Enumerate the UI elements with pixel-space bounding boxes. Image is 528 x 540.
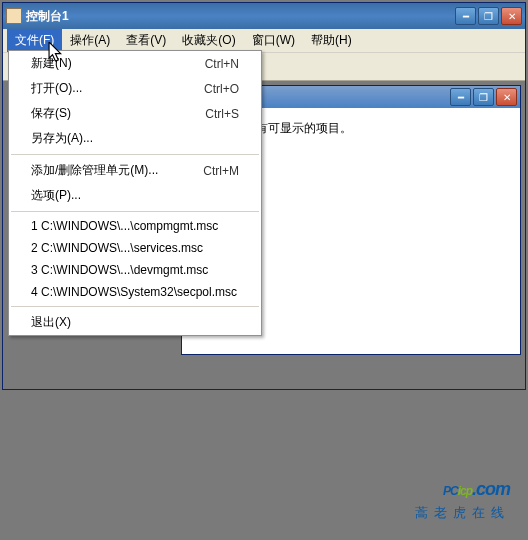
- menu-recent-3[interactable]: 3 C:\WINDOWS\...\devmgmt.msc: [9, 259, 261, 281]
- menu-addremove-shortcut: Ctrl+M: [203, 164, 239, 178]
- menu-action[interactable]: 操作(A): [62, 29, 118, 52]
- menu-recent-4[interactable]: 4 C:\WINDOWS\System32\secpol.msc: [9, 281, 261, 303]
- menu-save[interactable]: 保存(S) Ctrl+S: [9, 101, 261, 126]
- minimize-button[interactable]: ━: [455, 7, 476, 25]
- menu-save-shortcut: Ctrl+S: [205, 107, 239, 121]
- menu-new-label: 新建(N): [31, 55, 205, 72]
- watermark-logo: PCicp.com: [415, 470, 510, 502]
- watermark: PCicp.com 蒿老虎在线: [415, 470, 510, 522]
- menu-recent-4-label: 4 C:\WINDOWS\System32\secpol.msc: [31, 285, 239, 299]
- menu-recent-2[interactable]: 2 C:\WINDOWS\...\services.msc: [9, 237, 261, 259]
- wm-p1: PC: [443, 484, 458, 498]
- menu-new[interactable]: 新建(N) Ctrl+N: [9, 51, 261, 76]
- child-maximize-button[interactable]: ❐: [473, 88, 494, 106]
- separator: [11, 306, 259, 307]
- menu-exit[interactable]: 退出(X): [9, 310, 261, 335]
- menu-addremove[interactable]: 添加/删除管理单元(M)... Ctrl+M: [9, 158, 261, 183]
- menu-open-label: 打开(O)...: [31, 80, 204, 97]
- window-title: 控制台1: [26, 8, 455, 25]
- menu-new-shortcut: Ctrl+N: [205, 57, 239, 71]
- menu-saveas-label: 另存为(A)...: [31, 130, 239, 147]
- menu-favorites[interactable]: 收藏夹(O): [174, 29, 243, 52]
- menu-options[interactable]: 选项(P)...: [9, 183, 261, 208]
- titlebar: 控制台1 ━ ❐ ✕: [3, 3, 525, 29]
- separator: [11, 211, 259, 212]
- wm-p2: icp: [458, 484, 472, 498]
- wm-p3: .com: [472, 479, 510, 499]
- menu-save-label: 保存(S): [31, 105, 205, 122]
- menu-recent-3-label: 3 C:\WINDOWS\...\devmgmt.msc: [31, 263, 239, 277]
- maximize-button[interactable]: ❐: [478, 7, 499, 25]
- menu-options-label: 选项(P)...: [31, 187, 239, 204]
- menu-recent-1[interactable]: 1 C:\WINDOWS\...\compmgmt.msc: [9, 215, 261, 237]
- menu-exit-label: 退出(X): [31, 314, 239, 331]
- menu-view[interactable]: 查看(V): [118, 29, 174, 52]
- menu-recent-1-label: 1 C:\WINDOWS\...\compmgmt.msc: [31, 219, 239, 233]
- menu-open-shortcut: Ctrl+O: [204, 82, 239, 96]
- menu-help[interactable]: 帮助(H): [303, 29, 360, 52]
- close-button[interactable]: ✕: [501, 7, 522, 25]
- menu-addremove-label: 添加/删除管理单元(M)...: [31, 162, 203, 179]
- menu-recent-2-label: 2 C:\WINDOWS\...\services.msc: [31, 241, 239, 255]
- file-menu-dropdown: 新建(N) Ctrl+N 打开(O)... Ctrl+O 保存(S) Ctrl+…: [8, 50, 262, 336]
- window-buttons: ━ ❐ ✕: [455, 7, 522, 25]
- menu-saveas[interactable]: 另存为(A)...: [9, 126, 261, 151]
- menu-open[interactable]: 打开(O)... Ctrl+O: [9, 76, 261, 101]
- separator: [11, 154, 259, 155]
- watermark-subtitle: 蒿老虎在线: [415, 504, 510, 522]
- menu-window[interactable]: 窗口(W): [244, 29, 303, 52]
- child-minimize-button[interactable]: ━: [450, 88, 471, 106]
- app-icon: [6, 8, 22, 24]
- menu-file[interactable]: 文件(F): [7, 29, 62, 52]
- child-close-button[interactable]: ✕: [496, 88, 517, 106]
